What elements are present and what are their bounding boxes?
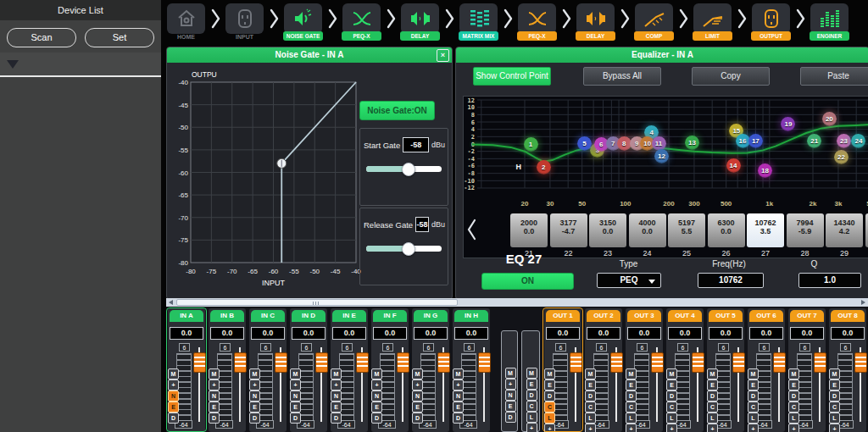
channel-tab[interactable]: OUT 2 — [587, 310, 620, 322]
channel-tab[interactable]: OUT 3 — [627, 310, 661, 322]
channel-value[interactable]: 0.0 — [668, 327, 702, 340]
channel-tab[interactable]: OUT 1 — [546, 310, 580, 322]
strip-button-D[interactable]: D — [626, 390, 637, 402]
strip-button-C[interactable]: C — [748, 402, 759, 413]
channel-value[interactable]: 0.0 — [831, 327, 865, 340]
toolbar-item-delay[interactable]: DELAY — [576, 0, 615, 41]
strip-button-N[interactable]: N — [249, 390, 260, 402]
fader-handle[interactable] — [397, 352, 409, 373]
type-dropdown[interactable]: PEQ — [597, 273, 661, 288]
strip-button-E[interactable]: E — [371, 402, 382, 413]
fader-handle[interactable] — [275, 352, 287, 373]
strip-button-C[interactable]: C — [544, 402, 555, 413]
strip-button-D[interactable]: D — [544, 390, 555, 402]
eq-band-on-button[interactable]: ON — [481, 273, 574, 290]
strip-button-N[interactable]: N — [371, 390, 382, 402]
strip-button-M[interactable]: M — [585, 368, 596, 379]
strip-button-E[interactable]: E — [626, 379, 637, 390]
strip-button-M[interactable]: M — [209, 368, 220, 379]
q-field[interactable]: 1.0 — [798, 273, 861, 288]
bypass-all-button[interactable]: Bypass All — [583, 67, 661, 86]
strip-button-N[interactable]: N — [453, 390, 464, 402]
fader-handle[interactable] — [854, 352, 867, 373]
strip-button-M[interactable]: M — [788, 368, 799, 379]
eq-band-cell-next[interactable] — [865, 213, 868, 247]
strip-button-+[interactable]: + — [453, 379, 464, 390]
strip-button-L[interactable]: L — [788, 413, 799, 424]
eq-point-24[interactable]: 24 — [851, 134, 865, 148]
strip-button-E[interactable]: E — [168, 402, 179, 413]
eq-point-18[interactable]: 18 — [758, 163, 772, 178]
toolbar-item-limit[interactable]: LIMIT — [693, 0, 732, 41]
strip-button-E[interactable]: E — [748, 379, 759, 390]
eq-point-5[interactable]: 5 — [577, 136, 592, 151]
strip-button-E[interactable]: E — [249, 402, 260, 413]
fader-handle[interactable] — [570, 352, 582, 373]
fader-handle[interactable] — [478, 352, 491, 373]
strip-button-N[interactable]: N — [290, 390, 301, 402]
strip-button-D[interactable]: D — [585, 390, 596, 402]
fader-handle[interactable] — [315, 352, 328, 373]
release-gate-value[interactable]: -58 — [415, 217, 429, 232]
eq-point-16[interactable]: 16 — [736, 134, 750, 148]
set-button[interactable]: Set — [85, 28, 154, 47]
strip-button-D[interactable]: D — [707, 390, 718, 402]
eq-band-cell-22[interactable]: 3177-4.7 — [550, 213, 587, 247]
channel-tab[interactable]: IN B — [210, 310, 244, 322]
strip-button-C[interactable]: C — [666, 402, 677, 413]
strip-button-N[interactable]: N — [168, 390, 179, 402]
strip-button-+[interactable]: + — [331, 379, 342, 390]
start-gate-slider[interactable] — [366, 166, 442, 172]
strip-button-C[interactable]: C — [526, 401, 537, 412]
start-gate-value[interactable]: -58 — [403, 137, 429, 152]
strip-button-+[interactable]: + — [168, 379, 179, 390]
eq-point-22[interactable]: 22 — [834, 150, 849, 164]
toolbar-item-comp[interactable]: COMP — [634, 0, 674, 41]
strip-button-+[interactable]: + — [412, 379, 423, 390]
channel-value[interactable]: 0.0 — [292, 327, 326, 340]
strip-button-N[interactable]: N — [505, 390, 516, 401]
equalizer-titlebar[interactable]: Equalizer - IN A — [456, 47, 868, 63]
strip-button-+[interactable]: + — [544, 424, 555, 432]
strip-button-M[interactable]: M — [331, 368, 342, 379]
strip-button-L[interactable]: L — [526, 412, 537, 423]
channel-value[interactable]: 0.0 — [709, 327, 743, 340]
channel-value[interactable]: 0.0 — [587, 327, 620, 340]
noise-gate-titlebar[interactable]: Noise Gate - IN A × — [167, 47, 452, 63]
eq-point-20[interactable]: 20 — [822, 112, 837, 126]
fader-handle[interactable] — [814, 352, 826, 373]
strip-button-+[interactable]: + — [707, 424, 718, 432]
strip-button-N[interactable]: N — [412, 390, 423, 402]
strip-button-C[interactable]: C — [585, 402, 596, 413]
toolbar-item-peq-x[interactable]: PEQ-X — [517, 0, 557, 41]
channel-tab[interactable]: OUT 4 — [668, 310, 702, 322]
channel-tab[interactable]: OUT 5 — [709, 310, 743, 322]
noise-gate-transfer-plot[interactable]: OUTPU-40-45-50-55-60-65-70-75-80-80-75-7… — [174, 68, 365, 295]
eq-band-cell-29[interactable]: 143404.2 — [826, 213, 863, 247]
eq-point-14[interactable]: 14 — [726, 158, 741, 173]
strip-button-L[interactable]: L — [585, 413, 596, 424]
fader-handle[interactable] — [193, 352, 206, 373]
strip-button-+[interactable]: + — [626, 424, 637, 432]
strip-button-M[interactable]: M — [666, 368, 677, 379]
strip-button-D[interactable]: D — [453, 413, 464, 424]
eq-band-cell-26[interactable]: 63000.0 — [708, 213, 745, 247]
scroll-right-arrow-icon[interactable] — [861, 300, 865, 305]
strip-button-M[interactable]: M — [526, 368, 537, 379]
eq-point-19[interactable]: 19 — [781, 117, 795, 131]
channel-tab[interactable]: IN C — [251, 310, 285, 322]
channel-value[interactable]: 0.0 — [454, 327, 488, 340]
strip-button-D[interactable]: D — [209, 413, 220, 424]
channel-value[interactable]: 0.0 — [627, 327, 661, 340]
device-dropdown[interactable] — [0, 53, 161, 77]
toolbar-item-noise-gate[interactable]: NOISE GATE — [283, 0, 323, 41]
eq-band-cell-27[interactable]: 107623.5 — [747, 213, 784, 247]
strip-button-M[interactable]: M — [626, 368, 637, 379]
strip-button-E[interactable]: E — [544, 379, 555, 390]
strip-button-E[interactable]: E — [707, 379, 718, 390]
strip-button-+[interactable]: + — [249, 379, 260, 390]
strip-button-E[interactable]: E — [209, 402, 220, 413]
strip-button-M[interactable]: M — [544, 368, 555, 379]
eq-point-17[interactable]: 17 — [748, 134, 763, 148]
strip-button-L[interactable]: L — [829, 413, 840, 424]
